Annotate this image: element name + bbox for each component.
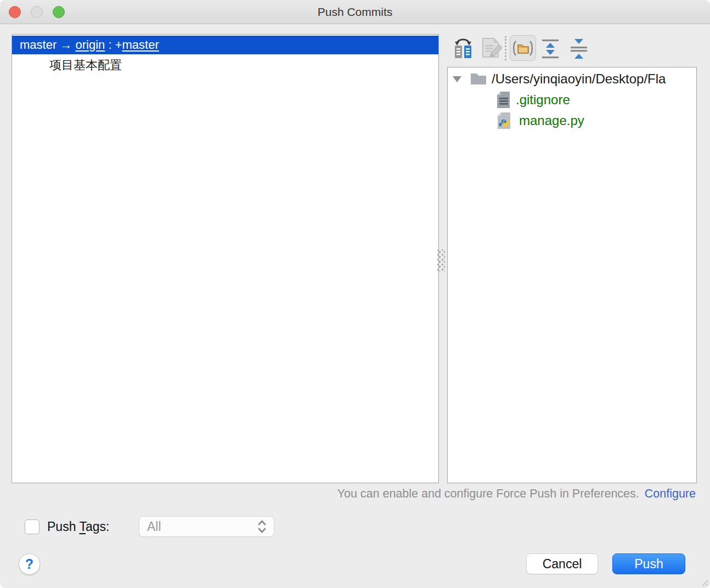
tree-file-name: manage.py bbox=[519, 113, 584, 128]
panel-splitter-handle[interactable] bbox=[437, 250, 445, 272]
text-file-icon bbox=[496, 91, 511, 109]
push-spec-row[interactable]: master → origin : +master bbox=[12, 36, 438, 54]
expand-all-icon bbox=[540, 38, 560, 59]
push-tags-label-suffix: ags: bbox=[86, 519, 109, 534]
push-tags-label-prefix: Push bbox=[47, 519, 79, 534]
push-tags-dropdown[interactable]: All bbox=[139, 516, 274, 537]
resize-grip[interactable] bbox=[699, 577, 709, 587]
tree-file-row[interactable]: manage.py bbox=[448, 110, 696, 131]
file-tree-panel: /Users/yinqiaoyin/Desktop/Fla .gitignore bbox=[447, 67, 697, 483]
tree-file-row[interactable]: .gitignore bbox=[448, 89, 696, 110]
tree-root-row[interactable]: /Users/yinqiaoyin/Desktop/Fla bbox=[448, 69, 696, 89]
edit-commit-message-button[interactable] bbox=[479, 36, 502, 60]
source-branch: master bbox=[20, 38, 57, 52]
group-by-directory-icon bbox=[512, 39, 534, 58]
close-window-button[interactable] bbox=[9, 6, 21, 18]
python-file-icon bbox=[496, 111, 515, 130]
edit-icon bbox=[479, 36, 502, 60]
chevron-up-down-icon bbox=[257, 519, 267, 534]
force-push-note: You can enable and configure Force Push … bbox=[337, 487, 696, 501]
target-branch[interactable]: master bbox=[122, 38, 159, 52]
help-label: ? bbox=[25, 556, 33, 572]
arrow-icon: → bbox=[60, 38, 72, 52]
group-by-directory-button[interactable] bbox=[510, 35, 536, 61]
toolbar-separator bbox=[505, 36, 506, 60]
push-tags-label: Push Tags: bbox=[47, 519, 109, 534]
minimize-window-button[interactable] bbox=[31, 6, 43, 18]
tree-file-name: .gitignore bbox=[516, 92, 570, 108]
chevron-expanded-icon[interactable] bbox=[452, 75, 462, 83]
tree-root-path: /Users/yinqiaoyin/Desktop/Fla bbox=[492, 71, 666, 87]
commit-list-panel: master → origin : +master 项目基本配置 bbox=[12, 34, 439, 483]
show-diff-icon bbox=[452, 37, 474, 60]
expand-all-button[interactable] bbox=[540, 38, 560, 59]
commit-message-row[interactable]: 项目基本配置 bbox=[12, 57, 438, 74]
configure-link[interactable]: Configure bbox=[645, 487, 696, 500]
collapse-all-icon bbox=[569, 38, 589, 59]
plus-sign: + bbox=[115, 38, 122, 52]
push-commits-dialog: Push Commits master → origin : +master 项… bbox=[0, 0, 710, 588]
folder-icon bbox=[470, 72, 487, 86]
push-tags-checkbox[interactable] bbox=[25, 519, 40, 534]
zoom-window-button[interactable] bbox=[53, 6, 65, 18]
help-button[interactable]: ? bbox=[19, 553, 40, 575]
push-button[interactable]: Push bbox=[612, 553, 685, 574]
title-bar: Push Commits bbox=[0, 0, 710, 24]
window-title: Push Commits bbox=[0, 0, 710, 24]
remote-name[interactable]: origin bbox=[76, 38, 105, 52]
show-diff-button[interactable] bbox=[452, 37, 474, 60]
collapse-all-button[interactable] bbox=[569, 38, 589, 59]
dropdown-selected-value: All bbox=[147, 519, 257, 534]
force-push-note-text: You can enable and configure Force Push … bbox=[337, 487, 639, 500]
cancel-button[interactable]: Cancel bbox=[526, 553, 598, 574]
push-tags-mnemonic: T bbox=[79, 519, 86, 534]
